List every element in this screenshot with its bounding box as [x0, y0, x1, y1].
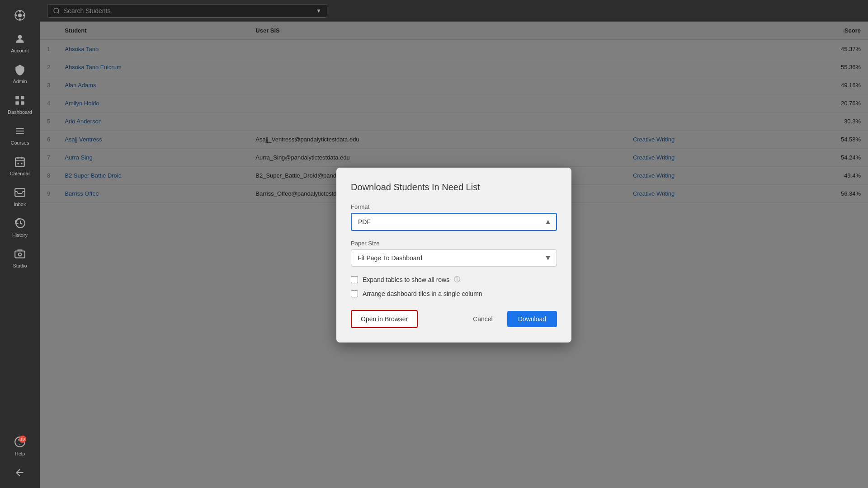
svg-point-4 — [15, 14, 17, 16]
main-content: ▼ ↻ ⋮ Student User SIS Score — [40, 0, 868, 488]
svg-rect-7 — [15, 96, 19, 99]
sidebar-item-inbox[interactable]: Inbox — [0, 181, 40, 211]
download-button[interactable]: Download — [507, 311, 557, 327]
sidebar-item-studio-label: Studio — [13, 263, 27, 268]
cancel-button[interactable]: Cancel — [466, 311, 500, 327]
search-dropdown-arrow: ▼ — [316, 8, 321, 14]
sidebar-collapse-button[interactable] — [0, 461, 40, 484]
admin-icon — [14, 64, 26, 75]
sidebar-item-dashboard-label: Dashboard — [8, 109, 32, 115]
account-icon — [14, 33, 26, 45]
svg-point-17 — [19, 444, 20, 445]
svg-rect-12 — [18, 163, 19, 164]
sidebar-item-account-label: Account — [11, 48, 29, 53]
search-box[interactable]: ▼ — [47, 4, 327, 18]
sidebar-item-dashboard[interactable]: Dashboard — [0, 89, 40, 119]
format-group: Format PDF CSV Excel ▲ — [351, 203, 557, 231]
courses-icon — [14, 125, 26, 137]
expand-tables-row: Expand tables to show all rows ⓘ — [351, 276, 557, 284]
modal-footer: Open in Browser Cancel Download — [351, 310, 557, 328]
calendar-icon — [14, 156, 26, 168]
topbar: ▼ — [40, 0, 868, 22]
format-label: Format — [351, 203, 557, 210]
sidebar-item-admin[interactable]: Admin — [0, 58, 40, 89]
paper-size-label: Paper Size — [351, 240, 557, 247]
sidebar-item-courses[interactable]: Courses — [0, 119, 40, 150]
sidebar-item-calendar-label: Calendar — [10, 171, 30, 176]
arrange-tiles-row: Arrange dashboard tiles in a single colu… — [351, 290, 557, 297]
inbox-icon — [14, 187, 26, 198]
svg-point-3 — [19, 19, 21, 20]
svg-point-15 — [19, 253, 22, 256]
sidebar-item-calendar[interactable]: Calendar — [0, 150, 40, 181]
svg-point-18 — [54, 8, 59, 13]
help-badge-count: 10 — [19, 436, 26, 443]
modal-overlay: Download Students In Need List Format PD… — [40, 22, 868, 488]
paper-size-select[interactable]: Fit Page To Dashboard Letter A4 Fit To D… — [351, 249, 557, 267]
format-select[interactable]: PDF CSV Excel — [351, 213, 557, 231]
sidebar-logo[interactable] — [0, 4, 40, 27]
svg-rect-14 — [15, 251, 25, 258]
download-modal: Download Students In Need List Format PD… — [336, 168, 571, 343]
studio-icon — [14, 248, 26, 260]
expand-tables-info-icon[interactable]: ⓘ — [454, 276, 460, 284]
svg-point-6 — [18, 35, 22, 39]
sidebar-item-account[interactable]: Account — [0, 27, 40, 58]
svg-rect-11 — [15, 158, 24, 167]
paper-size-group: Paper Size Fit Page To Dashboard Letter … — [351, 240, 557, 267]
collapse-icon — [14, 467, 26, 479]
sidebar-item-help-label: Help — [15, 451, 25, 456]
sidebar-item-courses-label: Courses — [11, 140, 29, 145]
svg-point-2 — [19, 10, 21, 12]
sidebar-item-admin-label: Admin — [13, 79, 27, 84]
sidebar-item-help[interactable]: 10 Help — [0, 430, 40, 461]
modal-title: Download Students In Need List — [351, 182, 557, 192]
dashboard-icon — [14, 94, 26, 106]
search-icon — [53, 7, 60, 14]
sidebar-item-studio[interactable]: Studio — [0, 242, 40, 273]
format-select-wrapper: PDF CSV Excel ▲ — [351, 213, 557, 231]
logo-icon — [14, 9, 26, 21]
history-icon — [14, 217, 26, 229]
table-area: ↻ ⋮ Student User SIS Score 1 Ahsoka Tano — [40, 22, 868, 488]
svg-rect-13 — [21, 163, 22, 164]
sidebar: Account Admin Dashboard Courses — [0, 0, 40, 488]
expand-tables-checkbox[interactable] — [351, 276, 358, 283]
sidebar-item-inbox-label: Inbox — [14, 202, 26, 207]
open-in-browser-button[interactable]: Open in Browser — [351, 310, 418, 328]
expand-tables-label: Expand tables to show all rows — [363, 276, 449, 283]
svg-point-5 — [23, 14, 25, 16]
sidebar-item-history[interactable]: History — [0, 211, 40, 242]
svg-point-1 — [18, 14, 22, 18]
svg-rect-9 — [15, 101, 19, 105]
svg-rect-8 — [21, 96, 24, 99]
svg-rect-10 — [21, 101, 24, 105]
search-input[interactable] — [64, 7, 312, 14]
sidebar-item-history-label: History — [12, 232, 28, 238]
arrange-tiles-label: Arrange dashboard tiles in a single colu… — [363, 290, 482, 297]
arrange-tiles-checkbox[interactable] — [351, 290, 358, 297]
paper-size-select-wrapper: Fit Page To Dashboard Letter A4 Fit To D… — [351, 249, 557, 267]
